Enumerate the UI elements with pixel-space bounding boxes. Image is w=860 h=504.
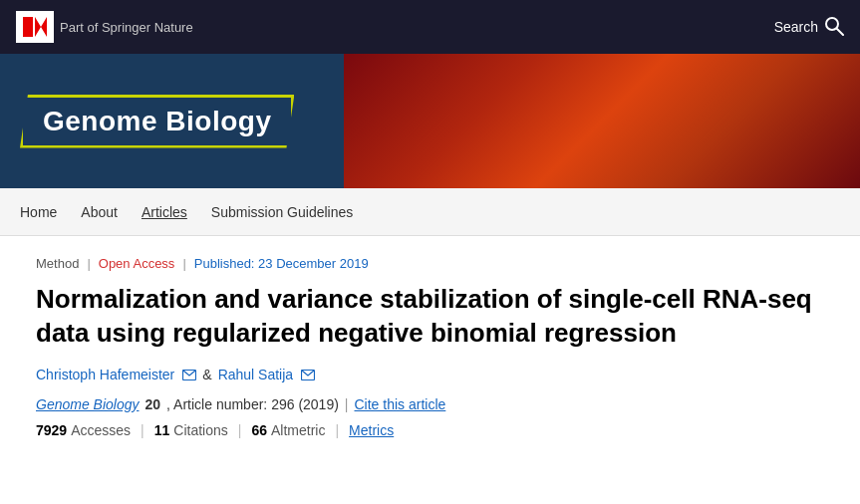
author-1-link[interactable]: Christoph Hafemeister	[36, 367, 174, 382]
altmetric-label: Altmetric	[271, 422, 325, 438]
article-title: Normalization and variance stabilization…	[36, 283, 813, 351]
author-1-email-icon	[180, 367, 196, 382]
cite-this-article-link[interactable]: Cite this article	[355, 396, 446, 412]
stat-sep-2: |	[238, 422, 242, 438]
svg-line-4	[837, 29, 843, 35]
journal-info-line: Genome Biology 20 , Article number: 296 …	[36, 396, 840, 412]
journal-name-link[interactable]: Genome Biology	[36, 396, 140, 412]
metrics-link[interactable]: Metrics	[349, 422, 394, 438]
stat-accesses: 7929 Accesses	[36, 422, 131, 438]
journal-title-box: Genome Biology	[20, 95, 294, 148]
search-icon	[824, 16, 844, 39]
published-date: 23 December 2019	[258, 256, 369, 271]
nav-item-home[interactable]: Home	[20, 200, 57, 224]
published-label: Published:	[194, 256, 255, 271]
journal-banner: Genome Biology	[0, 54, 860, 188]
citations-count: 11	[154, 422, 170, 438]
journal-title: Genome Biology	[43, 106, 271, 136]
accesses-label: Accesses	[71, 422, 131, 438]
bmc-logo-svg	[19, 13, 51, 41]
navigation-menu: Home About Articles Submission Guideline…	[0, 188, 860, 236]
meta-separator-1: |	[87, 256, 90, 271]
svg-marker-1	[23, 17, 33, 37]
meta-separator-2: |	[182, 256, 185, 271]
article-number-info: , Article number: 296 (2019)	[166, 396, 339, 412]
published-info: Published: 23 December 2019	[194, 256, 369, 271]
author-2-email-icon	[299, 367, 315, 382]
stat-sep-1: |	[141, 422, 144, 438]
nav-item-articles[interactable]: Articles	[142, 200, 187, 224]
journal-volume: 20	[145, 396, 161, 412]
article-content: Method | Open Access | Published: 23 Dec…	[0, 236, 860, 448]
springer-text: Part of Springer Nature	[60, 20, 193, 35]
stat-citations: 11 Citations	[154, 422, 228, 438]
authors-line: Christoph Hafemeister & Rahul Satija	[36, 367, 840, 382]
stat-sep-3: |	[335, 422, 339, 438]
top-bar-left: Part of Springer Nature	[16, 11, 193, 43]
altmetric-count: 66	[251, 422, 267, 438]
citations-label: Citations	[173, 422, 227, 438]
ampersand: &	[202, 367, 211, 382]
journal-cite-separator: |	[345, 396, 349, 412]
search-label: Search	[774, 19, 818, 35]
nav-item-about[interactable]: About	[81, 200, 118, 224]
article-meta: Method | Open Access | Published: 23 Dec…	[36, 256, 840, 271]
open-access-badge: Open Access	[99, 256, 175, 271]
article-type: Method	[36, 256, 79, 271]
banner-background	[344, 54, 860, 188]
search-button[interactable]: Search	[774, 16, 844, 39]
top-navigation-bar: Part of Springer Nature Search	[0, 0, 860, 54]
svg-point-3	[826, 18, 838, 30]
nav-item-submission-guidelines[interactable]: Submission Guidelines	[211, 200, 353, 224]
stat-altmetric: 66 Altmetric	[251, 422, 325, 438]
bmc-logo-box	[16, 11, 54, 43]
author-2-link[interactable]: Rahul Satija	[218, 367, 294, 382]
article-stats: 7929 Accesses | 11 Citations | 66 Altmet…	[36, 422, 840, 438]
accesses-count: 7929	[36, 422, 67, 438]
bmc-logo[interactable]: Part of Springer Nature	[16, 11, 193, 43]
